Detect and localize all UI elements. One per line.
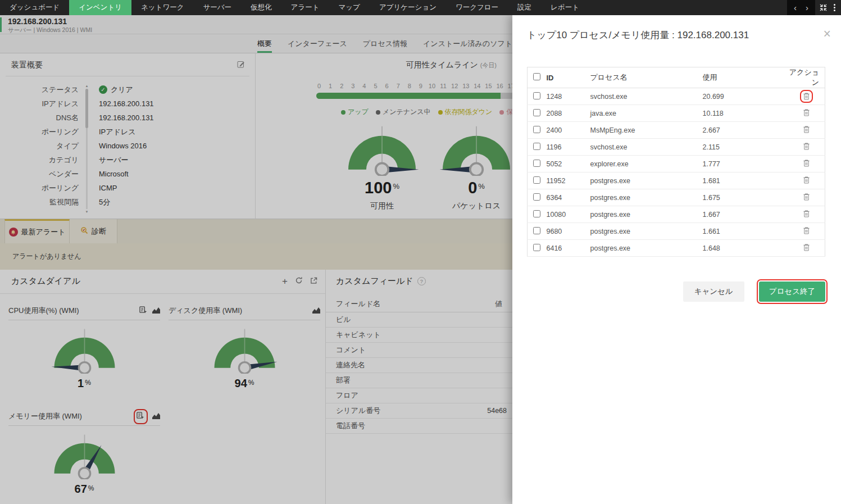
nav-item-dashboard[interactable]: ダッシュボード — [0, 0, 69, 15]
nav-item-inventory[interactable]: インベントリ — [69, 0, 131, 15]
next-arrow-icon[interactable]: › — [801, 3, 813, 12]
row-select-checkbox[interactable] — [533, 143, 540, 150]
cancel-button[interactable]: キャンセル — [683, 281, 744, 302]
trash-icon[interactable] — [803, 226, 810, 235]
nav-pager: ‹ › — [787, 0, 815, 15]
trash-icon[interactable] — [803, 92, 810, 101]
trash-icon[interactable] — [803, 210, 810, 218]
close-icon[interactable]: × — [824, 28, 831, 40]
table-row: 6364postgres.exe1.675 — [528, 189, 825, 206]
table-row: 2400MsMpEng.exe2.667 — [528, 122, 825, 139]
trash-icon[interactable] — [803, 142, 810, 151]
table-row: 10080postgres.exe1.667 — [528, 206, 825, 223]
collapse-icon[interactable] — [815, 4, 831, 11]
table-row: 5052explorer.exe1.777 — [528, 156, 825, 172]
trash-icon[interactable] — [803, 193, 810, 201]
nav-item-settings[interactable]: 設定 — [508, 0, 541, 15]
trash-icon[interactable] — [803, 125, 810, 134]
table-row: 2088java.exe10.118 — [528, 105, 825, 122]
trash-icon[interactable] — [803, 176, 810, 184]
trash-icon[interactable] — [803, 243, 810, 252]
modal-title: トップ10 プロセス/メモリ使用量 : 192.168.200.131 — [527, 29, 749, 42]
table-row: 1196svchost.exe2.115 — [528, 139, 825, 156]
nav-item-network[interactable]: ネットワーク — [131, 0, 193, 15]
nav-item-maps[interactable]: マップ — [329, 0, 369, 15]
kebab-menu-icon[interactable] — [831, 4, 841, 11]
table-row: 1248svchost.exe20.699 — [528, 88, 825, 105]
trash-icon[interactable] — [803, 108, 810, 117]
table-header-row: ID プロセス名 使用 アクション — [528, 67, 825, 88]
row-select-checkbox[interactable] — [533, 92, 540, 99]
row-select-checkbox[interactable] — [533, 244, 540, 251]
process-table: ID プロセス名 使用 アクション 1248svchost.exe20.699 … — [527, 67, 825, 257]
annotation-highlight — [800, 90, 813, 103]
row-select-checkbox[interactable] — [533, 126, 540, 133]
nav-item-virtualization[interactable]: 仮想化 — [241, 0, 281, 15]
nav-item-workflow[interactable]: ワークフロー — [446, 0, 508, 15]
prev-arrow-icon[interactable]: ‹ — [789, 3, 801, 12]
select-all-checkbox[interactable] — [533, 73, 540, 80]
nav-item-server[interactable]: サーバー — [194, 0, 242, 15]
annotation-highlight: プロセス終了 — [757, 279, 828, 304]
nav-item-reports[interactable]: レポート — [541, 0, 589, 15]
top-nav: ダッシュボード インベントリ ネットワーク サーバー 仮想化 アラート マップ … — [0, 0, 841, 15]
row-select-checkbox[interactable] — [533, 227, 540, 234]
row-select-checkbox[interactable] — [533, 176, 540, 184]
table-row: 11952postgres.exe1.681 — [528, 172, 825, 189]
nav-item-alerts[interactable]: アラート — [281, 0, 329, 15]
top-processes-modal: トップ10 プロセス/メモリ使用量 : 192.168.200.131 × ID… — [512, 15, 841, 504]
row-select-checkbox[interactable] — [533, 160, 540, 167]
trash-icon[interactable] — [803, 159, 810, 167]
nav-item-applications[interactable]: アプリケーション — [370, 0, 446, 15]
modal-backdrop — [0, 15, 512, 504]
kill-process-button[interactable]: プロセス終了 — [759, 281, 825, 302]
table-row: 6416postgres.exe1.648 — [528, 240, 825, 257]
table-row: 9680postgres.exe1.661 — [528, 223, 825, 240]
row-select-checkbox[interactable] — [533, 210, 540, 217]
row-select-checkbox[interactable] — [533, 109, 540, 116]
row-select-checkbox[interactable] — [533, 193, 540, 201]
